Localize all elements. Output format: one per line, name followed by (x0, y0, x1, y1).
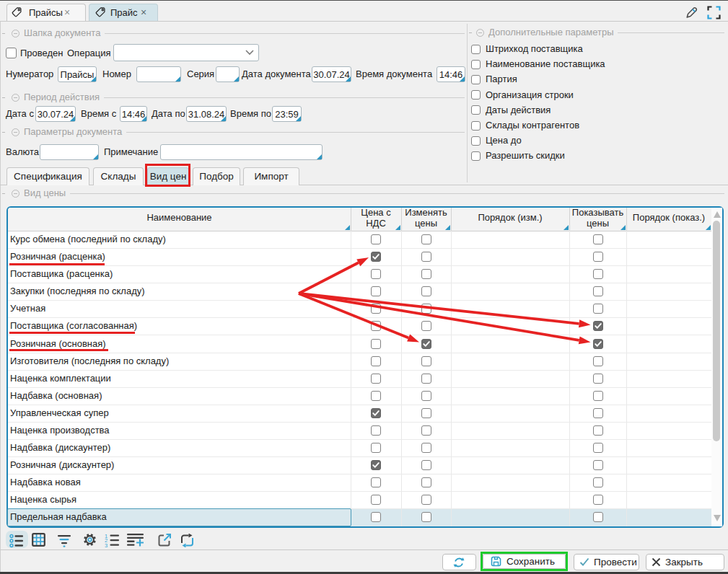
svg-text:3: 3 (105, 542, 108, 548)
